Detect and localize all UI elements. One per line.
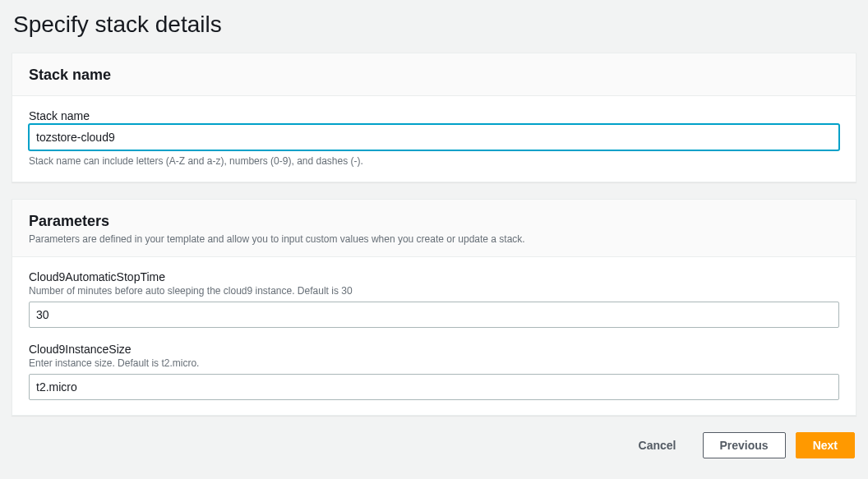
stack-name-label: Stack name [29, 109, 839, 122]
footer-actions: Cancel Previous Next [12, 432, 856, 458]
parameters-panel: Parameters Parameters are defined in you… [12, 199, 856, 416]
next-button[interactable]: Next [796, 432, 855, 458]
stack-name-panel-body: Stack name Stack name can include letter… [12, 96, 856, 182]
cancel-button[interactable]: Cancel [622, 432, 693, 458]
parameters-heading: Parameters [29, 213, 839, 230]
page-title: Specify stack details [12, 12, 856, 38]
parameter-label: Cloud9InstanceSize [29, 343, 839, 356]
cloud9-instancesize-input[interactable] [29, 374, 839, 400]
stack-name-panel-header: Stack name [12, 53, 856, 96]
parameters-panel-header: Parameters Parameters are defined in you… [12, 200, 856, 257]
parameter-label: Cloud9AutomaticStopTime [29, 270, 839, 283]
parameter-field: Cloud9AutomaticStopTime Number of minute… [29, 270, 839, 328]
stack-name-panel: Stack name Stack name Stack name can inc… [12, 53, 856, 182]
parameters-desc: Parameters are defined in your template … [29, 233, 839, 245]
parameter-field: Cloud9InstanceSize Enter instance size. … [29, 343, 839, 400]
parameters-panel-body: Cloud9AutomaticStopTime Number of minute… [12, 257, 856, 415]
parameter-desc: Number of minutes before auto sleeping t… [29, 285, 839, 297]
parameter-desc: Enter instance size. Default is t2.micro… [29, 357, 839, 369]
cloud9-autostop-input[interactable] [29, 302, 839, 328]
stack-name-heading: Stack name [29, 67, 839, 84]
stack-name-field: Stack name Stack name can include letter… [29, 109, 839, 167]
previous-button[interactable]: Previous [703, 432, 786, 458]
stack-name-help: Stack name can include letters (A-Z and … [29, 155, 839, 167]
stack-name-input[interactable] [29, 124, 839, 150]
